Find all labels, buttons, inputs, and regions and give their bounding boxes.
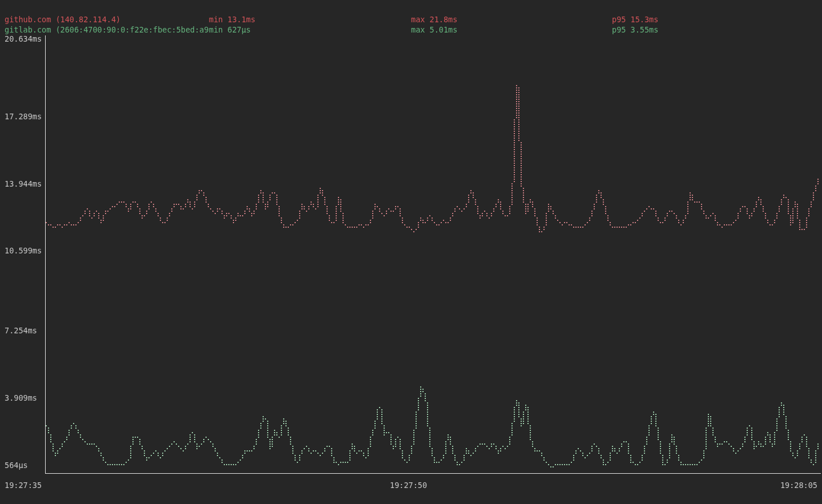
host-label-gitlab: gitlab.com (2606:4700:90:0:f22e:fbec:5be…	[5, 25, 209, 34]
stat-max-gitlab: max 5.01ms	[411, 25, 457, 34]
stat-max-github: max 21.8ms	[411, 15, 457, 24]
y-tick-label: 10.599ms	[5, 246, 42, 255]
x-tick-label-start: 19:27:35	[5, 481, 42, 490]
stat-min-github: min 13.1ms	[209, 15, 255, 24]
y-tick-label: 17.289ms	[5, 112, 42, 121]
y-tick-label: 13.944ms	[5, 179, 42, 188]
y-tick-label: 7.254ms	[5, 326, 37, 335]
y-tick-label: 564µs	[5, 461, 28, 470]
x-axis-line	[45, 473, 821, 474]
stat-min-gitlab: min 627µs	[209, 25, 251, 34]
stat-p95-gitlab: p95 3.55ms	[612, 25, 658, 34]
y-tick-label: 20.634ms	[5, 34, 42, 43]
y-tick-label: 3.909ms	[5, 393, 37, 402]
stat-p95-github: p95 15.3ms	[612, 15, 658, 24]
host-label-github: github.com (140.82.114.4)	[5, 15, 120, 24]
x-tick-label-middle: 19:27:50	[390, 481, 427, 490]
y-axis-line	[45, 35, 46, 474]
x-tick-label-end: 19:28:05	[780, 481, 817, 490]
gping-terminal-screen: { "hosts": [ { "label": "github.com (140…	[0, 0, 822, 504]
latency-chart-canvas	[0, 0, 822, 504]
